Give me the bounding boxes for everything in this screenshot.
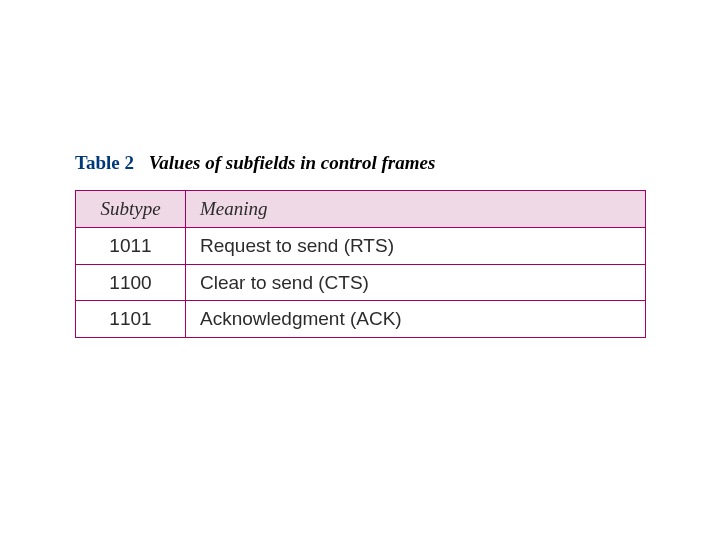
table-label: Table 2 bbox=[75, 152, 134, 173]
col-header-subtype: Subtype bbox=[76, 191, 186, 228]
col-header-meaning: Meaning bbox=[186, 191, 646, 228]
page: Table 2 Values of subfields in control f… bbox=[0, 0, 720, 540]
table-title: Values of subfields in control frames bbox=[149, 152, 436, 173]
cell-meaning: Acknowledgment (ACK) bbox=[186, 301, 646, 338]
table-caption: Table 2 Values of subfields in control f… bbox=[75, 152, 435, 175]
cell-subtype: 1011 bbox=[76, 227, 186, 264]
cell-subtype: 1101 bbox=[76, 301, 186, 338]
cell-subtype: 1100 bbox=[76, 264, 186, 301]
cell-meaning: Clear to send (CTS) bbox=[186, 264, 646, 301]
table-row: 1100 Clear to send (CTS) bbox=[76, 264, 646, 301]
table-row: 1011 Request to send (RTS) bbox=[76, 227, 646, 264]
table-header-row: Subtype Meaning bbox=[76, 191, 646, 228]
cell-meaning: Request to send (RTS) bbox=[186, 227, 646, 264]
table-container: Subtype Meaning 1011 Request to send (RT… bbox=[75, 190, 645, 338]
subfields-table: Subtype Meaning 1011 Request to send (RT… bbox=[75, 190, 646, 338]
table-row: 1101 Acknowledgment (ACK) bbox=[76, 301, 646, 338]
